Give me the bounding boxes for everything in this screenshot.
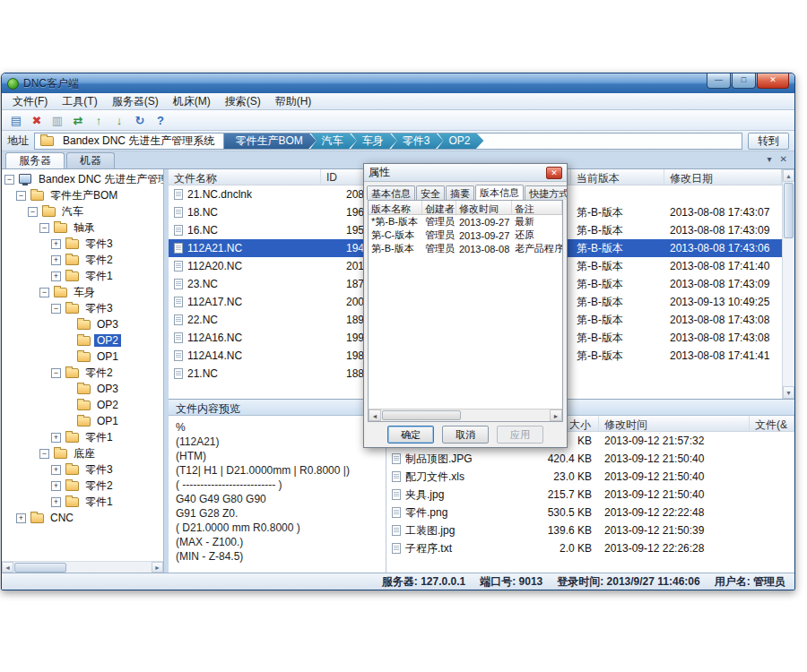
tree-item[interactable]: + CNC bbox=[2, 510, 163, 526]
tree-item[interactable]: OP3 bbox=[2, 381, 163, 397]
scroll-right-icon[interactable]: ► bbox=[550, 409, 562, 421]
menu-item[interactable]: 服务器(S) bbox=[105, 92, 166, 111]
tree-expander-icon[interactable]: + bbox=[16, 513, 26, 523]
maximize-button[interactable]: □ bbox=[732, 73, 756, 89]
transfer-icon[interactable]: ⇄ bbox=[69, 112, 87, 129]
menu-item[interactable]: 帮助(H) bbox=[268, 92, 319, 111]
version-row[interactable]: 第-C-版本 管理员 2013-09-27 14: 还原 bbox=[369, 228, 562, 242]
tree-expander-icon[interactable]: + bbox=[51, 481, 61, 491]
tree-item[interactable]: OP2 bbox=[2, 332, 163, 349]
tree-item[interactable]: + 零件1 bbox=[2, 268, 163, 284]
attachment-row[interactable]: 配刀文件.xls 23.0 KB 2013-09-12 21:50:40 bbox=[386, 468, 794, 486]
tree-item[interactable]: − 底座 bbox=[2, 445, 163, 461]
close-button[interactable]: ✕ bbox=[757, 73, 789, 89]
breadcrumb-segment[interactable]: 零件生产BOM bbox=[223, 133, 316, 150]
minimize-button[interactable]: — bbox=[707, 73, 731, 89]
dialog-tab[interactable]: 摘要 bbox=[446, 185, 474, 200]
tree-item[interactable]: − 汽车 bbox=[2, 203, 163, 220]
menu-item[interactable]: 机床(M) bbox=[166, 92, 218, 111]
apply-button[interactable]: 应用 bbox=[497, 426, 543, 444]
attachment-row[interactable]: 夹具.jpg 215.7 KB 2013-09-12 21:50:40 bbox=[386, 486, 794, 504]
menu-item[interactable]: 搜索(S) bbox=[218, 92, 268, 111]
tree-expander-icon[interactable]: + bbox=[51, 239, 61, 249]
version-column-creator[interactable]: 创建者 bbox=[422, 201, 456, 214]
tree-expander-icon[interactable]: + bbox=[51, 255, 61, 265]
breadcrumb-segment[interactable]: 车身 bbox=[351, 133, 397, 150]
breadcrumb-root[interactable]: Bandex DNC 先进生产管理系统 bbox=[63, 134, 214, 149]
tree-expander-icon[interactable]: − bbox=[39, 223, 49, 233]
tree-item[interactable]: − 零件生产BOM bbox=[2, 187, 163, 203]
tree-expander-icon[interactable]: − bbox=[4, 175, 14, 185]
breadcrumb-segment[interactable]: OP2 bbox=[437, 133, 483, 150]
tree-item[interactable]: − 零件3 bbox=[2, 300, 163, 316]
tab-close-icon[interactable]: ✕ bbox=[780, 154, 787, 164]
file-list-vertical-scrollbar[interactable]: ▲ ▼ bbox=[782, 169, 794, 399]
delete-icon[interactable]: ✖ bbox=[28, 112, 46, 129]
tree-expander-icon[interactable]: + bbox=[51, 465, 61, 475]
scroll-thumb[interactable] bbox=[784, 183, 794, 238]
tree-item[interactable]: − 轴承 bbox=[2, 220, 163, 236]
tree-expander-icon[interactable]: + bbox=[51, 271, 61, 281]
scroll-thumb[interactable] bbox=[14, 563, 66, 573]
refresh-icon[interactable]: ↻ bbox=[131, 112, 149, 129]
edit-document-icon[interactable]: ▤ bbox=[7, 112, 25, 129]
dialog-title-bar[interactable]: 属性 ✕ bbox=[364, 164, 567, 182]
view-tab[interactable]: 服务器 bbox=[5, 152, 65, 168]
tree-expander-icon[interactable]: − bbox=[39, 449, 49, 459]
tree-item[interactable]: OP1 bbox=[2, 413, 163, 429]
tree-item[interactable]: + 零件3 bbox=[2, 236, 163, 252]
dialog-tab[interactable]: 快捷方式 bbox=[525, 185, 567, 200]
scroll-right-icon[interactable]: ► bbox=[152, 562, 163, 573]
tree-item[interactable]: − Bandex DNC 先进生产管理系统 bbox=[2, 171, 163, 187]
scroll-thumb[interactable] bbox=[382, 410, 461, 420]
scroll-left-icon[interactable]: ◄ bbox=[2, 562, 13, 573]
menu-item[interactable]: 工具(T) bbox=[55, 92, 104, 111]
ok-button[interactable]: 确定 bbox=[387, 426, 434, 444]
scroll-up-icon[interactable]: ▲ bbox=[783, 169, 794, 182]
tree-expander-icon[interactable]: + bbox=[51, 433, 61, 443]
attachment-row[interactable]: 零件.png 530.5 KB 2013-09-12 22:22:48 bbox=[386, 504, 794, 521]
attachment-column-time[interactable]: 修改时间 bbox=[599, 416, 750, 431]
tree-item[interactable]: − 车身 bbox=[2, 284, 163, 300]
scroll-down-icon[interactable]: ▼ bbox=[783, 386, 794, 399]
tree-item[interactable]: OP1 bbox=[2, 349, 163, 365]
scroll-left-icon[interactable]: ◄ bbox=[369, 409, 381, 421]
version-column-name[interactable]: 版本名称 bbox=[369, 201, 422, 214]
tree-item[interactable]: + 零件1 bbox=[2, 429, 163, 445]
column-header-version[interactable]: 当前版本 bbox=[571, 169, 664, 185]
tree-expander-icon[interactable]: − bbox=[28, 207, 38, 217]
tree-expander-icon[interactable]: − bbox=[39, 288, 49, 297]
attachment-row[interactable]: 制品顶图.JPG 420.4 KB 2013-09-12 21:50:40 bbox=[386, 450, 794, 468]
dialog-tab[interactable]: 版本信息 bbox=[475, 185, 524, 200]
version-row[interactable]: 第-B-版本 管理员 2013-08-08 17: 老产品程序 bbox=[369, 242, 562, 255]
tree-item[interactable]: + 零件2 bbox=[2, 478, 163, 494]
copy-document-icon[interactable]: ▥ bbox=[48, 112, 66, 129]
column-header-name[interactable]: 文件名称 bbox=[169, 169, 321, 185]
dialog-horizontal-scrollbar[interactable]: ◄ ► bbox=[369, 409, 562, 421]
breadcrumb-segment[interactable]: 零件3 bbox=[391, 133, 444, 150]
menu-item[interactable]: 文件(F) bbox=[5, 92, 55, 111]
title-bar[interactable]: DNC客户端 —□✕ bbox=[2, 73, 794, 93]
tree-expander-icon[interactable]: + bbox=[51, 497, 61, 507]
attachment-row[interactable]: 工装图.jpg 139.6 KB 2013-09-12 21:50:39 bbox=[386, 521, 794, 539]
version-column-time[interactable]: 修改时间 bbox=[456, 201, 512, 214]
dialog-tab[interactable]: 安全 bbox=[416, 185, 445, 200]
cancel-button[interactable]: 取消 bbox=[442, 426, 489, 444]
dialog-tab[interactable]: 基本信息 bbox=[367, 185, 415, 200]
tree-expander-icon[interactable]: − bbox=[51, 304, 61, 314]
breadcrumb-segment[interactable]: 汽车 bbox=[310, 133, 357, 150]
version-row[interactable]: *第-B-版本 管理员 2013-09-27 14: 最新 bbox=[369, 215, 562, 228]
view-tab[interactable]: 机器 bbox=[66, 152, 115, 168]
tree-item[interactable]: OP3 bbox=[2, 316, 163, 332]
tree-expander-icon[interactable]: − bbox=[51, 368, 61, 378]
version-column-note[interactable]: 备注 bbox=[512, 201, 562, 214]
dialog-close-icon[interactable]: ✕ bbox=[546, 167, 562, 179]
upload-icon[interactable]: ↑ bbox=[90, 112, 108, 129]
tree-item[interactable]: + 零件1 bbox=[2, 494, 163, 510]
address-field[interactable]: Bandex DNC 先进生产管理系统 零件生产BOM汽车车身零件3OP2 bbox=[34, 133, 742, 150]
tree-item[interactable]: OP2 bbox=[2, 397, 163, 413]
column-header-date[interactable]: 修改日期 bbox=[664, 169, 782, 185]
attachment-column-file[interactable]: 文件(& bbox=[750, 416, 794, 431]
tree-expander-icon[interactable]: − bbox=[16, 191, 26, 201]
download-icon[interactable]: ↓ bbox=[110, 112, 128, 129]
